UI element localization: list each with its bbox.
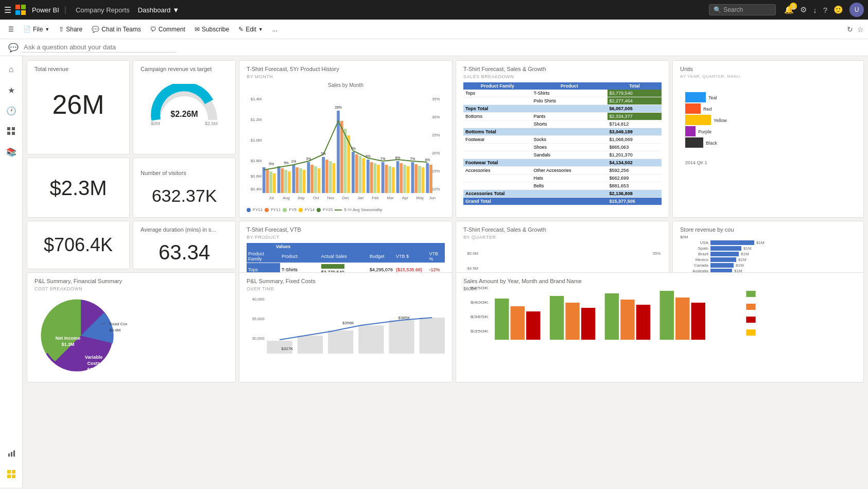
svg-rect-48	[340, 121, 343, 193]
search-icon: 🔍	[714, 6, 721, 13]
svg-text:7%: 7%	[380, 157, 386, 161]
table-row: Tops T-Shirts $3,779,540	[463, 90, 662, 97]
menu-icon[interactable]: ☰	[4, 5, 11, 15]
visitors-title: Number of visitors	[141, 170, 186, 176]
svg-rect-10	[13, 450, 15, 457]
tshirt-sg2-title: T-Shirt Forecast, Sales & Growth	[463, 226, 662, 233]
campaign-min-label: $0M	[151, 121, 160, 126]
nav-icons: 🔔 1 ⚙ ↓ ? 🙂 U	[784, 3, 864, 17]
hamburger-icon: ☰	[8, 26, 14, 33]
svg-rect-36	[296, 167, 299, 193]
download-icon[interactable]: ↓	[813, 6, 817, 14]
svg-rect-166	[550, 296, 564, 340]
svg-rect-68	[414, 164, 418, 193]
chevron-down-icon: ▼	[172, 6, 179, 14]
pl-summary-tile: P&L Summary, Financial Summary COST BREA…	[27, 272, 236, 382]
amount-tile: $2.3M	[27, 158, 130, 218]
svg-rect-7	[12, 132, 15, 135]
pl-pie-chart: Net Income $1.3M Variable Costs $3.3M Fi…	[34, 294, 127, 377]
share-button[interactable]: ⇧ Share	[55, 24, 86, 35]
avg-duration-value: $706.4K	[44, 235, 113, 255]
app-name: Power BI	[32, 6, 59, 14]
visitors-tile: Number of visitors 632.37K	[133, 158, 236, 218]
subscribe-button[interactable]: ✉ Subscribe	[190, 24, 233, 35]
file-icon: 📄	[23, 26, 31, 33]
svg-rect-170	[620, 300, 634, 340]
sidebar-item-favorites[interactable]: ★	[2, 81, 21, 99]
svg-rect-53	[359, 156, 362, 193]
svg-rect-32	[281, 168, 284, 193]
sb-col-family: Product Family	[463, 82, 532, 90]
question-input[interactable]	[22, 42, 176, 53]
svg-rect-62	[392, 167, 395, 193]
svg-rect-99	[685, 115, 711, 125]
avatar[interactable]: U	[849, 3, 864, 17]
svg-rect-101	[685, 137, 703, 148]
chat-icon: 💬	[92, 26, 99, 33]
menu-toggle-button[interactable]: ☰	[4, 24, 18, 35]
svg-text:Mar: Mar	[387, 196, 394, 200]
svg-text:Yellow: Yellow	[714, 118, 727, 123]
svg-text:30%: 30%	[432, 115, 440, 119]
svg-rect-38	[303, 170, 306, 193]
pl-summary-title: P&L Summary, Financial Summary	[34, 278, 228, 284]
top-navbar: ☰ Power BI | Company Reports Dashboard ▼…	[0, 0, 868, 20]
svg-text:$1.4M: $1.4M	[251, 97, 262, 101]
svg-rect-72	[429, 165, 432, 193]
emoji-icon[interactable]: 🙂	[834, 5, 843, 14]
sidebar-item-home[interactable]: ⌂	[2, 60, 21, 79]
comment-button[interactable]: 🗩 Comment	[146, 24, 189, 35]
notification-count: 1	[790, 3, 797, 10]
svg-text:5%: 5%	[284, 161, 289, 165]
sidebar-item-recent[interactable]: 🕐	[2, 101, 21, 120]
svg-text:40,000: 40,000	[252, 297, 265, 302]
amount-value: $2.3M	[49, 177, 107, 199]
svg-rect-163	[495, 299, 509, 340]
tshirt-sg1-subtitle: SALES BREAKDOWN	[463, 74, 662, 79]
avg-duration-title: Average duration (mins) in s...	[141, 226, 216, 233]
svg-rect-97	[685, 92, 706, 102]
svg-text:$350K: $350K	[471, 329, 489, 334]
dashboard-button[interactable]: Dashboard ▼	[134, 4, 183, 16]
refresh-icon[interactable]: ↻	[847, 25, 853, 33]
svg-rect-49	[344, 129, 347, 193]
edit-button[interactable]: ✎ Edit ▼	[234, 24, 267, 35]
settings-icon[interactable]: ⚙	[800, 5, 807, 14]
sidebar-item-workspaces[interactable]: 📚	[2, 143, 21, 161]
notification-bell[interactable]: 🔔 1	[784, 5, 794, 14]
chevron-down-icon: ▼	[45, 27, 49, 32]
dashboard-grid: Total revenue 26M Campaign revenue vs ta…	[23, 56, 868, 487]
table-row: Bottoms Pants $2,334,377	[463, 113, 662, 120]
chat-teams-button[interactable]: 💬 Chat in Teams	[88, 24, 145, 35]
chevron-down-icon: ▼	[258, 27, 263, 32]
units-tile: Units BY YEAR, QUARTER, MANU Teal Red Ye…	[672, 60, 864, 218]
total-revenue-tile: Total revenue 26M	[27, 60, 130, 154]
svg-rect-42	[318, 168, 321, 193]
sidebar-item-dashboard[interactable]	[2, 465, 21, 483]
svg-rect-1	[21, 5, 26, 9]
sidebar-item-metrics[interactable]	[2, 444, 21, 463]
svg-text:Net Income: Net Income	[56, 336, 81, 341]
table-row: Footwear Socks $1,068,069	[463, 136, 662, 144]
svg-text:6%: 6%	[366, 154, 371, 158]
units-subtitle: BY YEAR, QUARTER, MANU	[680, 74, 856, 79]
more-options-button[interactable]: ...	[268, 24, 282, 35]
svg-rect-54	[362, 158, 365, 193]
bookmark-icon[interactable]: ☆	[857, 25, 864, 33]
avg-duration-num: 63.34	[159, 241, 210, 264]
sidebar-item-apps[interactable]	[2, 122, 21, 141]
campaign-revenue-tile: Campaign revenue vs target $2.26M $0M $2…	[133, 60, 236, 154]
file-button[interactable]: 📄 File ▼	[19, 24, 54, 35]
table-row: Footwear Total $4,134,502	[463, 159, 662, 167]
svg-text:May: May	[416, 196, 424, 200]
svg-text:7%: 7%	[351, 147, 356, 150]
search-box[interactable]: 🔍 Search	[709, 4, 776, 15]
store-revenue-row: USA $1M	[680, 240, 856, 245]
svg-text:$1.3M: $1.3M	[61, 342, 74, 347]
svg-rect-34	[288, 171, 291, 193]
svg-text:8%: 8%	[395, 156, 401, 160]
help-icon[interactable]: ?	[823, 6, 827, 14]
store-revenue-title: Store revenue by cou	[680, 226, 856, 233]
svg-text:6%: 6%	[425, 158, 430, 162]
svg-rect-37	[299, 168, 302, 193]
